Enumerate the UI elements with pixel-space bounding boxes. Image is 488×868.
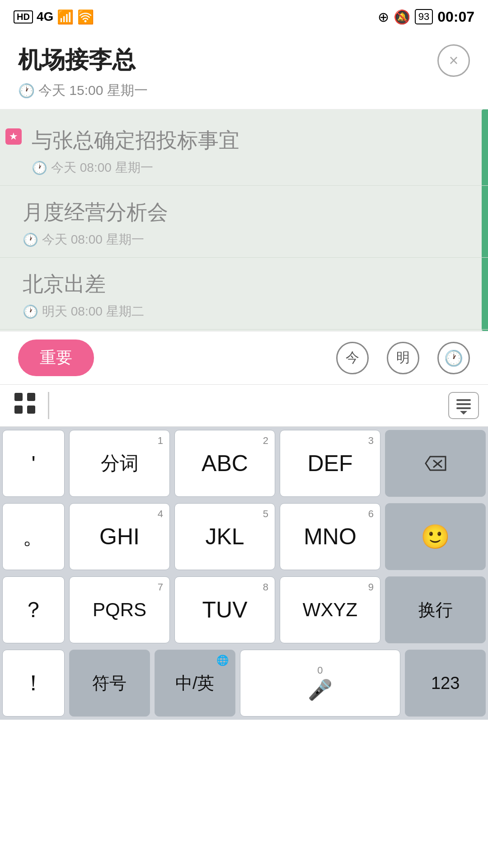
tomorrow-button[interactable]: 明 [387,342,419,374]
key-number: 2 [263,435,268,447]
top-task-time: 🕐 今天 15:00 星期一 [18,81,148,100]
mic-icon: 🎤 [308,678,333,702]
space-mic-key[interactable]: 0 🎤 [240,650,401,717]
task-time: 🕐 今天 08:00 星期一 [32,159,465,176]
key-number: 9 [368,581,374,593]
network-type: 4G [37,9,53,24]
clock-icon: 🕐 [18,83,35,99]
collapse-keyboard-button[interactable] [448,392,479,419]
key-label: MNO [304,524,357,550]
status-right: ⊕ 🔕 93 00:07 [378,9,474,25]
symbol-key-comma[interactable]: ' [2,430,65,497]
clock-button[interactable]: 🕐 [437,342,470,374]
symbol-label: 符号 [92,672,127,695]
key-jkl[interactable]: 5 JKL [174,503,275,570]
key-fenci[interactable]: 1 分词 [69,430,170,497]
list-item[interactable]: 北京出差 🕐 明天 08:00 星期二 [0,258,488,330]
key-def[interactable]: 3 DEF [280,430,380,497]
keyboard-row-bottom: ！ 符号 🌐 中/英 0 🎤 123 [0,646,488,720]
key-number: 6 [368,508,374,520]
quick-action-bar: 重要 今 明 🕐 [0,331,488,385]
key-number: 7 [158,581,163,593]
key-label: TUV [202,597,248,623]
delete-key[interactable] [385,430,486,497]
key-label: ABC [202,450,248,476]
task-title: 与张总确定招投标事宜 [32,127,465,155]
key-pqrs[interactable]: 7 PQRS [69,576,170,643]
close-button[interactable]: × [437,44,470,77]
symbol-key-question[interactable]: ？ [2,576,65,643]
list-item[interactable]: ★ 与张总确定招投标事宜 🕐 今天 08:00 星期一 [0,114,488,186]
num-label: 123 [431,674,460,693]
symbol-column: ？ [0,573,67,646]
zh-en-switch-key[interactable]: 🌐 中/英 [155,650,235,717]
task-list: ★ 与张总确定招投标事宜 🕐 今天 08:00 星期一 月度经营分析会 🕐 今天… [0,109,488,331]
symbol-key-period[interactable]: 。 [2,503,65,570]
clock-icon: 🕐 [23,304,38,319]
keyboard-row-1: ' 1 分词 2 ABC 3 DEF [0,427,488,500]
symbol-column: ！ [0,646,67,720]
status-bar: HD 4G 📶 🛜 ⊕ 🔕 93 00:07 [0,0,488,32]
symbol-switch-key[interactable]: 符号 [69,650,150,717]
task-list-inner: ★ 与张总确定招投标事宜 🕐 今天 08:00 星期一 月度经营分析会 🕐 今天… [0,109,488,331]
keyboard-row-2: 。 4 GHI 5 JKL 6 MNO 🙂 [0,500,488,573]
svg-rect-5 [456,403,471,405]
key-label: 分词 [101,451,139,476]
key-label: PQRS [93,599,146,621]
battery-indicator: 93 [415,9,433,24]
svg-marker-7 [460,411,467,415]
signal-icon: 📶 [57,9,74,25]
symbol-key-exclaim[interactable]: ！ [2,650,65,717]
hd-badge: HD [14,10,33,24]
star-badge: ★ [5,128,22,145]
key-label: WXYZ [303,599,357,621]
key-tuv[interactable]: 8 TUV [174,576,275,643]
key-wxyz[interactable]: 9 WXYZ [280,576,380,643]
symbol-column: ' [0,427,67,500]
key-mno[interactable]: 6 MNO [280,503,380,570]
zh-en-label: 中/英 [175,672,215,695]
emoji-key[interactable]: 🙂 [385,503,486,570]
task-title: 北京出差 [23,270,465,298]
wifi-icon: 🛜 [77,9,94,25]
svg-rect-2 [14,406,23,414]
svg-rect-1 [27,393,35,401]
divider [48,392,49,419]
keyboard: ' 1 分词 2 ABC 3 DEF 。 4 GHI [0,427,488,720]
key-ghi[interactable]: 4 GHI [69,503,170,570]
grid-icon[interactable] [9,392,41,419]
list-item[interactable]: 客户拓项目需求沟通 [0,330,488,331]
enter-key[interactable]: 换行 [385,576,486,643]
svg-rect-6 [456,407,471,409]
zero-number: 0 [317,665,323,676]
task-time: 🕐 明天 08:00 星期二 [23,303,465,320]
today-button[interactable]: 今 [336,342,369,374]
key-number: 8 [263,581,268,593]
emoji-icon: 🙂 [421,523,450,551]
svg-rect-3 [27,406,35,414]
task-title: 月度经营分析会 [23,198,465,226]
globe-icon: 🌐 [216,655,229,666]
nfc-icon: ⊕ [378,9,389,25]
svg-rect-4 [456,399,471,401]
key-abc[interactable]: 2 ABC [174,430,275,497]
quick-icons: 今 明 🕐 [336,342,470,374]
task-time: 🕐 今天 08:00 星期一 [23,231,465,248]
key-number: 5 [263,508,268,520]
list-item[interactable]: 月度经营分析会 🕐 今天 08:00 星期一 [0,186,488,258]
clock-time: 00:07 [437,9,474,25]
key-number: 3 [368,435,374,447]
keyboard-row-3: ？ 7 PQRS 8 TUV 9 WXYZ 换行 [0,573,488,646]
svg-rect-0 [14,393,23,401]
important-button[interactable]: 重要 [18,340,94,376]
top-task-content: 机场接李总 🕐 今天 15:00 星期一 [18,44,148,100]
top-task-card: 机场接李总 🕐 今天 15:00 星期一 × [0,32,488,109]
key-label: DEF [308,450,353,476]
symbol-column: 。 [0,500,67,573]
text-input[interactable] [56,392,441,419]
number-switch-key[interactable]: 123 [405,650,486,717]
key-label: JKL [205,524,244,550]
mute-icon: 🔕 [394,9,410,25]
status-left: HD 4G 📶 🛜 [14,9,94,25]
clock-icon: 🕐 [32,160,47,175]
